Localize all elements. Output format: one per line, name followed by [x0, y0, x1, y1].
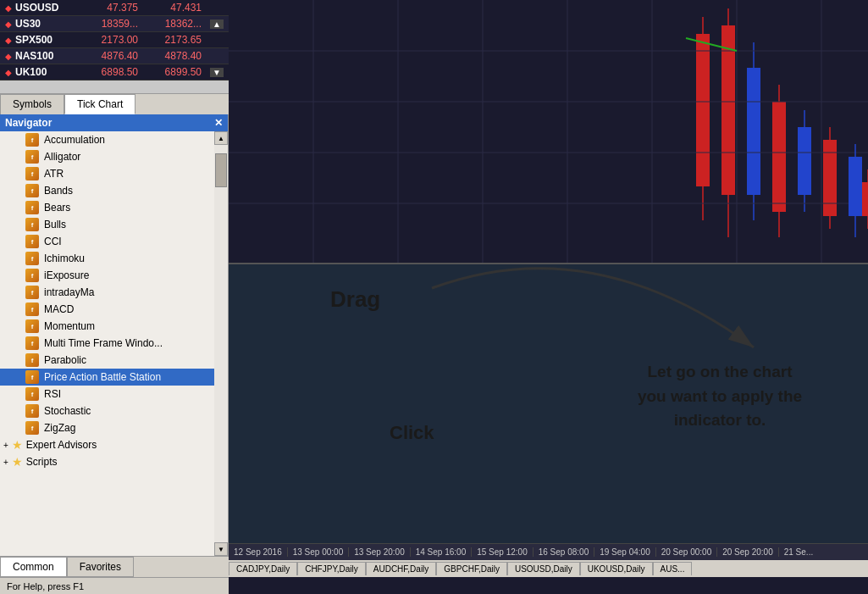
indicator-icon: f	[25, 252, 39, 265]
tab-common[interactable]: Common	[0, 557, 67, 577]
section-label: Scripts	[26, 456, 58, 468]
nav-item-bears[interactable]: f Bears	[0, 199, 228, 216]
nav-item-macd[interactable]: f MACD	[0, 301, 228, 318]
drag-label: Drag	[330, 286, 380, 313]
symbol-tab-chfjpy[interactable]: CHFJPY,Daily	[297, 562, 366, 575]
price1: 6898.50	[75, 66, 138, 78]
indicator-icon: f	[25, 150, 39, 164]
price2: 47.431	[138, 2, 202, 14]
diamond-icon: ◆	[5, 19, 12, 29]
symbol-row-us30[interactable]: ◆ US30 18359... 18362... ▲	[0, 16, 229, 32]
letgo-label: Let go on the chartyou want to apply the…	[597, 360, 843, 433]
symbol-row-usousd[interactable]: ◆ USOUSD 47.375 47.431	[0, 0, 229, 16]
folder-icon: ★	[12, 455, 23, 469]
nav-item-ichimoku[interactable]: f Ichimoku	[0, 250, 228, 267]
nav-item-alligator[interactable]: f Alligator	[0, 148, 228, 165]
nav-item-bulls[interactable]: f Bulls	[0, 216, 228, 233]
nav-item-cci[interactable]: f CCI	[0, 233, 228, 250]
folder-icon: ★	[12, 438, 23, 452]
svg-rect-4	[747, 68, 760, 195]
symbol-tab-audchf[interactable]: AUDCHF,Daily	[366, 562, 437, 575]
nav-item-label: Alligator	[44, 151, 80, 163]
click-label: Click	[390, 422, 434, 444]
tab-symbols[interactable]: Symbols	[0, 94, 64, 114]
indicator-icon: f	[25, 303, 39, 316]
section-label: Expert Advisors	[26, 439, 97, 451]
timeline-label: 15 Sep 12:00	[472, 547, 534, 557]
nav-item-parabolic[interactable]: f Parabolic	[0, 352, 228, 369]
expand-icon: +	[3, 458, 8, 467]
indicator-icon: f	[25, 319, 39, 333]
nav-item-multitf[interactable]: f Multi Time Frame Windo...	[0, 335, 228, 352]
nav-item-iexposure[interactable]: f iExposure	[0, 267, 228, 284]
price1: 47.375	[75, 2, 138, 14]
nav-item-label: MACD	[44, 303, 74, 315]
nav-item-pabs[interactable]: f Price Action Battle Station	[0, 369, 228, 386]
chart-area: 12 Sep 2016 13 Sep 00:00 13 Sep 20:00 14…	[229, 0, 868, 594]
symbol-tab-aus[interactable]: AUS...	[653, 562, 693, 575]
indicator-icon: f	[25, 370, 39, 384]
indicator-icon: f	[25, 286, 39, 299]
indicator-icon: f	[25, 184, 39, 197]
nav-item-bands[interactable]: f Bands	[0, 182, 228, 199]
indicator-icon: f	[25, 421, 39, 435]
diamond-icon: ◆	[5, 36, 12, 45]
nav-item-stochastic[interactable]: f Stochastic	[0, 402, 228, 419]
symbol-name: SPX500	[15, 34, 75, 46]
scroll-up-arrow[interactable]: ▲	[214, 131, 228, 145]
timeline-label: 14 Sep 16:00	[411, 547, 473, 557]
nav-item-label: iExposure	[44, 269, 89, 281]
scroll-up-button[interactable]: ▲	[210, 19, 224, 29]
nav-item-rsi[interactable]: f RSI	[0, 386, 228, 402]
nav-section-expert[interactable]: + ★ Expert Advisors	[0, 436, 228, 453]
nav-item-label: RSI	[44, 388, 61, 400]
nav-item-label: ATR	[44, 168, 64, 180]
nav-section-scripts[interactable]: + ★ Scripts	[0, 453, 228, 470]
diamond-icon: ◆	[5, 3, 12, 13]
diamond-icon: ◆	[5, 52, 12, 61]
svg-rect-27	[862, 182, 868, 216]
nav-item-accumulation[interactable]: f Accumulation	[0, 131, 228, 148]
symbol-row-nas100[interactable]: ◆ NAS100 4876.40 4878.40	[0, 48, 229, 64]
nav-item-label: Parabolic	[44, 354, 86, 366]
nav-item-zigzag[interactable]: f ZigZag	[0, 419, 228, 436]
nav-item-label: intradayMa	[44, 286, 94, 298]
scroll-down-arrow[interactable]: ▼	[214, 542, 228, 556]
symbol-row-uk100[interactable]: ◆ UK100 6898.50 6899.50 ▼	[0, 64, 229, 80]
nav-item-intradayma[interactable]: f intradayMa	[0, 284, 228, 301]
timeline-label: 13 Sep 20:00	[349, 547, 411, 557]
tab-tick-chart[interactable]: Tick Chart	[64, 94, 135, 114]
symbol-tab-ukousd[interactable]: UKOUSD,Daily	[580, 562, 653, 575]
nav-item-label: ZigZag	[44, 422, 75, 434]
price2: 2173.65	[138, 34, 202, 46]
symbol-name: USOUSD	[15, 2, 75, 14]
nav-scrollbar: ▲ ▼	[214, 131, 228, 556]
symbol-tab-cadjpy[interactable]: CADJPY,Daily	[229, 562, 297, 575]
nav-item-label: Bears	[44, 202, 70, 214]
nav-item-label: Bulls	[44, 219, 66, 230]
timeline-label: 12 Sep 2016	[229, 547, 288, 557]
symbol-tab-usousd[interactable]: USOUSD,Daily	[507, 562, 580, 575]
navigator-panel: Navigator ✕ f Accumulation f Alligator f…	[0, 114, 229, 556]
indicator-icon: f	[25, 218, 39, 231]
scroll-down-button[interactable]: ▼	[210, 68, 224, 77]
bottom-tabs: Common Favorites	[0, 556, 229, 577]
indicator-icon: f	[25, 167, 39, 180]
scroll-track	[214, 145, 228, 542]
symbol-bar: ◆ USOUSD 47.375 47.431 ◆ US30 18359... 1…	[0, 0, 229, 80]
timeline-label: 16 Sep 08:00	[534, 547, 595, 557]
nav-item-label: Price Action Battle Station	[44, 371, 161, 383]
indicator-icon: f	[25, 336, 39, 350]
svg-rect-25	[849, 157, 862, 216]
symbol-row-spx500[interactable]: ◆ SPX500 2173.00 2173.65	[0, 32, 229, 48]
indicator-icon: f	[25, 201, 39, 214]
close-icon[interactable]: ✕	[214, 117, 223, 129]
indicator-icon: f	[25, 353, 39, 367]
nav-item-momentum[interactable]: f Momentum	[0, 318, 228, 335]
scroll-thumb[interactable]	[215, 153, 227, 187]
tab-favorites[interactable]: Favorites	[67, 557, 134, 577]
symbol-tab-gbpchf[interactable]: GBPCHF,Daily	[436, 562, 507, 575]
nav-item-atr[interactable]: f ATR	[0, 165, 228, 182]
price1: 2173.00	[75, 34, 138, 46]
svg-rect-10	[823, 140, 837, 216]
